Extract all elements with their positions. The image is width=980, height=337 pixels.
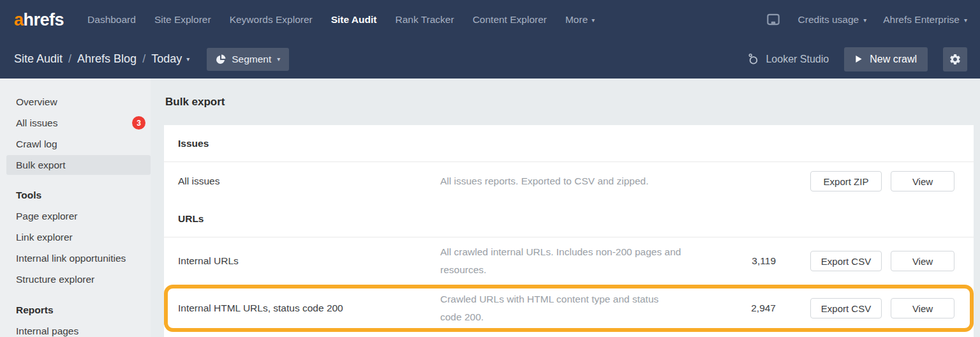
chevron-down-icon: ▾ <box>964 17 967 24</box>
export-csv-button[interactable]: Export CSV <box>810 251 882 271</box>
credits-usage-menu[interactable]: Credits usage▾ <box>798 14 867 26</box>
main-panel: Bulk export Issues All issues All issues… <box>151 79 980 337</box>
segment-button[interactable]: Segment ▾ <box>207 48 289 71</box>
sidebar-item-crawl-log[interactable]: Crawl log <box>0 133 151 154</box>
sidebar-item-page-explorer[interactable]: Page explorer <box>0 206 151 227</box>
sidebar-section-reports: Reports <box>0 299 151 320</box>
nav-item-content-explorer[interactable]: Content Explorer <box>473 14 547 26</box>
view-button[interactable]: View <box>891 298 954 318</box>
subbar-right-group: Looker Studio New crawl <box>747 47 967 71</box>
bulk-export-card: Issues All issues All issues reports. Ex… <box>164 125 974 337</box>
row-description: All issues reports. Exported to CSV and … <box>440 172 683 190</box>
row-description: Crawled URLs with HTML content type and … <box>440 290 683 326</box>
logo-letter-a: a <box>14 10 24 29</box>
settings-button[interactable] <box>943 47 967 71</box>
breadcrumb-separator: / <box>68 52 71 66</box>
looker-studio-icon <box>747 53 759 65</box>
account-menu-ahrefs-enterprise[interactable]: Ahrefs Enterprise▾ <box>883 14 967 26</box>
new-crawl-button[interactable]: New crawl <box>844 47 928 71</box>
primary-nav: Dashboard Site Explorer Keywords Explore… <box>87 14 595 26</box>
chevron-down-icon: ▾ <box>863 17 866 24</box>
row-label: Internal URLs <box>178 255 440 267</box>
nav-item-dashboard[interactable]: Dashboard <box>87 14 136 26</box>
content-area: Overview All issues 3 Crawl log Bulk exp… <box>0 79 980 337</box>
row-label: All issues <box>178 176 440 187</box>
section-header-urls: URLs <box>164 200 974 237</box>
issues-count-badge: 3 <box>132 116 145 130</box>
laptop-icon[interactable] <box>765 11 782 28</box>
row-count: 3,119 <box>683 255 810 267</box>
top-navigation-bar: ahrefs Dashboard Site Explorer Keywords … <box>0 0 980 40</box>
logo-letters-hrefs: hrefs <box>24 10 64 29</box>
breadcrumb-project-ahrefs-blog[interactable]: Ahrefs Blog <box>77 52 137 66</box>
row-description: All crawled internal URLs. Includes non-… <box>440 243 683 279</box>
pie-chart-icon <box>216 54 226 64</box>
sidebar-item-internal-link-opportunities[interactable]: Internal link opportunities <box>0 248 151 269</box>
row-count: 2,947 <box>683 303 810 314</box>
export-csv-button[interactable]: Export CSV <box>810 298 882 318</box>
breadcrumb-site-audit[interactable]: Site Audit <box>14 52 63 66</box>
view-button[interactable]: View <box>891 251 954 271</box>
chevron-down-icon: ▾ <box>186 56 189 63</box>
sidebar-item-all-issues[interactable]: All issues 3 <box>0 112 151 133</box>
sidebar-item-overview[interactable]: Overview <box>0 91 151 112</box>
breadcrumb: Site Audit / Ahrefs Blog / Today▾ <box>14 52 189 66</box>
row-label: Internal HTML URLs, status code 200 <box>178 303 440 314</box>
sidebar: Overview All issues 3 Crawl log Bulk exp… <box>0 79 151 337</box>
sidebar-section-tools: Tools <box>0 184 151 206</box>
sidebar-item-bulk-export[interactable]: Bulk export <box>6 155 151 175</box>
table-row-internal-html-urls-200-highlighted: Internal HTML URLs, status code 200 Craw… <box>164 285 974 332</box>
ahrefs-logo[interactable]: ahrefs <box>14 10 64 30</box>
play-icon <box>855 55 863 63</box>
row-actions: Export CSV View <box>810 298 954 318</box>
nav-item-rank-tracker[interactable]: Rank Tracker <box>395 14 454 26</box>
table-row-internal-urls: Internal URLs All crawled internal URLs.… <box>164 237 974 285</box>
view-button[interactable]: View <box>891 171 954 191</box>
nav-item-site-audit[interactable]: Site Audit <box>331 14 377 26</box>
page-title: Bulk export <box>165 96 974 109</box>
breadcrumb-separator: / <box>142 52 145 66</box>
gear-icon <box>949 53 961 66</box>
nav-item-site-explorer[interactable]: Site Explorer <box>154 14 211 26</box>
chevron-down-icon: ▾ <box>591 17 595 24</box>
table-row-all-issues: All issues All issues reports. Exported … <box>164 162 974 200</box>
section-header-issues: Issues <box>164 125 974 162</box>
row-actions: Export CSV View <box>810 251 954 271</box>
topbar-right-group: Credits usage▾ Ahrefs Enterprise▾ <box>765 11 967 28</box>
nav-item-more[interactable]: More▾ <box>565 14 595 26</box>
row-actions: Export ZIP View <box>810 171 954 191</box>
looker-studio-link[interactable]: Looker Studio <box>747 53 829 65</box>
export-zip-button[interactable]: Export ZIP <box>810 171 882 191</box>
sidebar-item-structure-explorer[interactable]: Structure explorer <box>0 269 151 290</box>
sub-toolbar: Site Audit / Ahrefs Blog / Today▾ Segmen… <box>0 40 980 79</box>
nav-item-keywords-explorer[interactable]: Keywords Explorer <box>230 14 313 26</box>
sidebar-item-link-explorer[interactable]: Link explorer <box>0 227 151 248</box>
sidebar-item-internal-pages[interactable]: Internal pages <box>0 320 151 337</box>
chevron-down-icon: ▾ <box>277 56 280 63</box>
breadcrumb-crawl-date-today[interactable]: Today▾ <box>151 52 189 66</box>
